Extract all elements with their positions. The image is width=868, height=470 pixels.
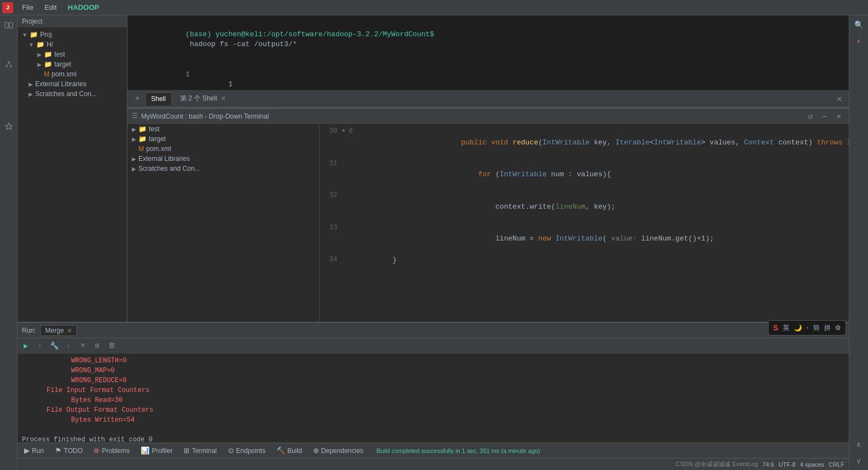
bottom-tool-endpoints[interactable]: ⊙ Endpoints — [226, 445, 268, 456]
tree-item-target[interactable]: ▶ 📁 target — [18, 59, 127, 69]
svg-line-6 — [9, 63, 11, 66]
shell-tab-1[interactable]: Shell — [145, 92, 172, 105]
scratches-label: Scratches and Con... — [35, 90, 97, 98]
tree-item-ext-libs[interactable]: ▶ External Libraries — [18, 79, 127, 89]
dropdown-refresh-btn[interactable]: ↺ — [805, 111, 816, 122]
tree-item-hadoop[interactable]: ▼ 📁 H/ — [18, 40, 127, 49]
arrow-test: ▶ — [37, 52, 42, 58]
run-wrench-btn[interactable]: 🔧 — [48, 340, 60, 352]
right-search-btn[interactable]: 🔍 — [852, 18, 866, 32]
hadoop-label: H/ — [47, 41, 53, 48]
dropdown-left: ▶ 📁 test ▶ 📁 target M pom. — [127, 124, 320, 322]
project-tree: ▼ 📁 Proj ▼ 📁 H/ ▶ 📁 test — [18, 27, 127, 322]
code-line-31: 31 for (IntWritable num : values){ — [320, 159, 849, 191]
status-bar: CSDN @余诚诚诚诚 EventLog 74:6 UTF-8 4 spaces… — [18, 458, 849, 470]
run-play-btn[interactable]: ▶ — [20, 340, 32, 352]
terminal-area: (base) yuchen@keli:/opt/software/hadoop-… — [127, 15, 849, 322]
tree-item-scratches[interactable]: ▶ Scratches and Con... — [18, 89, 127, 99]
bottom-tool-terminal[interactable]: ⊞ Terminal — [181, 445, 219, 456]
code-line-30: 30 ● @ public void reduce(IntWritable ke… — [320, 126, 849, 159]
folder-icon-target: 📁 — [44, 60, 52, 68]
menu-edit[interactable]: Edit — [42, 2, 59, 13]
bottom-tool-build[interactable]: 🔨 Build — [274, 445, 304, 456]
run-line-wrong-length: WRONG_LENGTH=0 — [22, 356, 844, 366]
sidebar-icon-structure[interactable] — [1, 57, 16, 72]
dropdown-tree-test[interactable]: ▶ 📁 test — [127, 124, 319, 134]
test-label: test — [54, 51, 65, 58]
dropdown-tree-target[interactable]: ▶ 📁 target — [127, 134, 319, 144]
arrow-dd-target: ▶ — [132, 136, 136, 142]
bottom-tool-todo[interactable]: ⚑ TODO — [53, 445, 85, 456]
problems-icon: ⊗ — [93, 446, 99, 455]
im-moon-icon: 🌙 — [794, 324, 802, 332]
menu-bar: J File Edit HADOOP — [0, 0, 868, 15]
project-panel: Project ▼ 📁 Proj ▼ 📁 H/ ▶ 📁 — [18, 15, 127, 322]
right-chevron-down[interactable]: ∨ — [852, 454, 866, 468]
dropdown-tree-scratches[interactable]: ▶ Scratches and Con... — [127, 164, 319, 174]
pom-label: pom.xml — [52, 70, 76, 78]
svg-marker-7 — [5, 123, 12, 130]
dropdown-header-icon: ☰ — [132, 112, 138, 120]
run-trash-btn[interactable]: 🗑 — [105, 340, 118, 352]
run-line-empty — [22, 425, 844, 435]
run-toolbar: ▶ ↑ 🔧 ↓ ≡ ⊞ 🗑 — [18, 338, 849, 354]
build-icon: 🔨 — [276, 446, 285, 455]
im-s-icon: S — [773, 323, 778, 332]
im-cn-text: 简 — [813, 323, 820, 333]
folder-dd-test: 📁 — [138, 125, 147, 133]
dropdown-tree-pom[interactable]: M pom.xml — [127, 144, 319, 154]
run-icon: ▶ — [24, 446, 30, 455]
app-icon: J — [2, 2, 13, 13]
right-chevron-up[interactable]: ∧ — [852, 437, 866, 451]
term-cmd: hadoop fs -cat /output3/* — [186, 40, 297, 48]
sidebar-icon-project[interactable] — [1, 18, 16, 33]
dropdown-content: ▶ 📁 test ▶ 📁 target M pom. — [127, 124, 849, 322]
run-label: Run — [32, 447, 44, 455]
bottom-tool-run[interactable]: ▶ Run — [22, 445, 46, 456]
dropdown-tree-extlibs[interactable]: ▶ External Libraries — [127, 154, 319, 164]
bottom-tool-profiler[interactable]: 📊 Profiler — [138, 445, 175, 456]
dropdown-close-btn[interactable]: ✕ — [833, 111, 844, 122]
bottom-toolbar: ▶ Run ⚑ TODO ⊗ Problems 📊 Profiler ⊞ Ter… — [18, 443, 849, 458]
shell-tab-add[interactable]: + — [132, 93, 143, 104]
run-line-exit-code: Process finished with exit code 0 — [22, 435, 844, 443]
project-label: Project — [22, 18, 42, 25]
run-line-file-output: File Output Format Counters — [22, 405, 844, 415]
file-dd-pom: M — [138, 145, 144, 153]
problems-label: Problems — [102, 447, 130, 455]
svg-point-3 — [5, 66, 7, 68]
tree-item-proj[interactable]: ▼ 📁 Proj — [18, 30, 127, 40]
endpoints-icon: ⊙ — [228, 446, 234, 455]
dropdown-header: ☰ MyWordCount : bash - Drop-Down Termina… — [127, 109, 849, 124]
svg-point-2 — [8, 61, 9, 63]
run-expand-btn[interactable]: ⊞ — [91, 340, 103, 352]
menu-file[interactable]: File — [20, 2, 36, 13]
right-notifications-btn[interactable]: ⚡ — [852, 34, 866, 48]
terminal-command-line: (base) yuchen@keli:/opt/software/hadoop-… — [134, 20, 842, 60]
shell-tab-2-close[interactable]: ✕ — [221, 95, 226, 102]
run-layout-btn[interactable]: ≡ — [77, 340, 89, 352]
status-indent: 4 spaces — [800, 461, 824, 468]
todo-label: TODO — [64, 447, 82, 455]
bottom-tool-problems[interactable]: ⊗ Problems — [91, 445, 132, 456]
terminal-label: Terminal — [192, 447, 216, 455]
run-tab-merge[interactable]: Merge ✕ — [40, 325, 76, 336]
shell-tabs-close-all[interactable]: ✕ — [834, 93, 844, 104]
svg-rect-0 — [5, 23, 8, 28]
run-up-btn[interactable]: ↑ — [34, 340, 46, 352]
run-down-btn[interactable]: ↓ — [63, 340, 75, 352]
code-text-31: for (IntWritable num : values){ — [358, 159, 849, 191]
bottom-tool-deps[interactable]: ⊕ Dependencies — [311, 445, 366, 456]
sidebar-icon-favorites[interactable] — [1, 119, 16, 134]
run-line-wrong-map: WRONG_MAP=0 — [22, 366, 844, 376]
arrow-dd-ext: ▶ — [132, 156, 136, 162]
shell-tab-2[interactable]: 第 2 个 Shell ✕ — [174, 91, 232, 106]
im-gear-icon[interactable]: ⚙ — [835, 324, 841, 332]
tree-item-pom[interactable]: M pom.xml — [18, 69, 127, 79]
shell-tab-2-label: 第 2 个 Shell — [180, 94, 217, 102]
tree-item-test[interactable]: ▶ 📁 test — [18, 49, 127, 59]
run-tab-merge-close[interactable]: ✕ — [67, 327, 72, 334]
arrow-dd-scratch: ▶ — [132, 166, 136, 172]
arrow-ext: ▶ — [29, 81, 33, 87]
dropdown-minimize-btn[interactable]: — — [819, 111, 830, 122]
